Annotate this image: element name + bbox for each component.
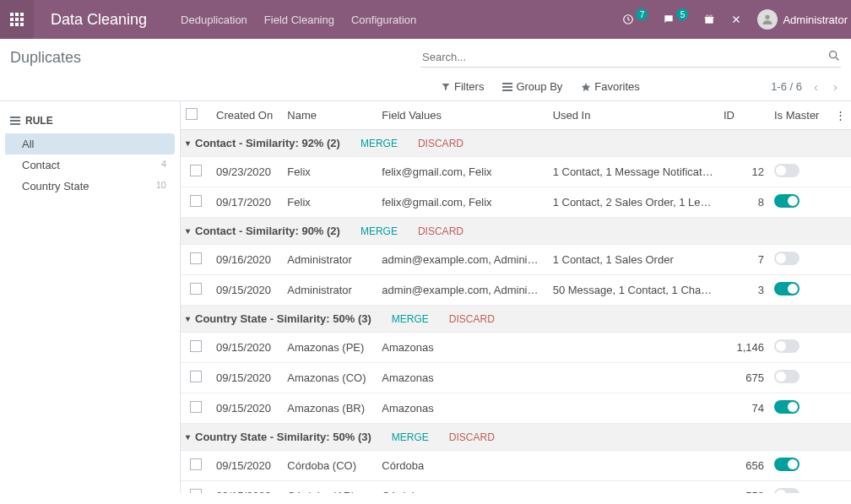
row-checkbox[interactable] — [190, 458, 202, 470]
groupby-button[interactable]: Group By — [502, 80, 562, 93]
merge-button[interactable]: MERGE — [392, 431, 429, 443]
cell-id: 675 — [718, 363, 769, 393]
pager-prev[interactable]: ‹ — [810, 79, 821, 94]
col-created[interactable]: Created On — [211, 101, 282, 130]
apps-button[interactable] — [0, 0, 34, 39]
group-header[interactable]: ▾ Country State - Similarity: 50% (3) ME… — [181, 424, 851, 451]
nav-field-cleaning[interactable]: Field Cleaning — [264, 14, 334, 26]
control-panel: Duplicates Filters Group By Favorites 1-… — [0, 39, 851, 100]
table-row[interactable]: 09/15/2020 Córdoba (AR) Córdoba 558 — [181, 481, 851, 494]
master-toggle[interactable] — [774, 164, 800, 177]
filters-button[interactable]: Filters — [441, 80, 484, 93]
favorites-button[interactable]: Favorites — [581, 80, 639, 93]
cell-used-in — [548, 363, 718, 393]
cell-created: 09/15/2020 — [211, 451, 282, 481]
search-wrap — [420, 47, 841, 68]
row-checkbox[interactable] — [190, 165, 202, 176]
cell-field-values: Córdoba — [377, 451, 547, 481]
svg-point-4 — [830, 51, 837, 58]
table-row[interactable]: 09/15/2020 Amazonas (CO) Amazonas 675 — [181, 363, 851, 393]
row-checkbox[interactable] — [190, 489, 202, 493]
cell-created: 09/15/2020 — [211, 481, 282, 494]
col-master[interactable]: Is Master — [769, 101, 830, 130]
col-name[interactable]: Name — [282, 101, 377, 130]
chevron-down-icon: ▾ — [186, 314, 190, 323]
discard-button[interactable]: DISCARD — [418, 225, 463, 237]
cell-id: 558 — [718, 481, 769, 494]
master-toggle[interactable] — [774, 370, 800, 383]
master-toggle[interactable] — [774, 400, 800, 414]
cell-used-in — [548, 393, 718, 424]
discard-button[interactable]: DISCARD — [418, 138, 463, 149]
table-row[interactable]: 09/15/2020 Administrator admin@example.c… — [181, 275, 851, 306]
cell-name: Administrator — [282, 275, 377, 306]
search-input[interactable] — [420, 47, 841, 68]
master-toggle[interactable] — [774, 194, 800, 208]
cell-name: Amazonas (BR) — [282, 393, 377, 424]
nav-deduplication[interactable]: Deduplication — [181, 14, 247, 26]
cell-field-values: Amazonas — [377, 393, 547, 424]
merge-button[interactable]: MERGE — [392, 313, 429, 325]
user-name: Administrator — [783, 14, 848, 26]
row-checkbox[interactable] — [190, 371, 202, 382]
master-toggle[interactable] — [774, 488, 800, 493]
tools-button[interactable] — [730, 14, 742, 25]
chat-notif[interactable]: 5 — [663, 14, 688, 25]
col-id[interactable]: ID — [718, 101, 769, 130]
clock-icon — [622, 14, 634, 25]
row-checkbox[interactable] — [190, 252, 202, 264]
merge-button[interactable]: MERGE — [360, 138, 398, 149]
table-row[interactable]: 09/17/2020 Felix felix@gmail.com, Felix … — [181, 187, 851, 218]
cell-created: 09/15/2020 — [211, 393, 282, 424]
group-header[interactable]: ▾ Contact - Similarity: 92% (2) MERGE DI… — [181, 130, 851, 157]
master-toggle[interactable] — [774, 252, 800, 265]
row-checkbox[interactable] — [190, 401, 202, 413]
cell-field-values: admin@example.com, Administ… — [377, 275, 547, 306]
chevron-down-icon: ▾ — [186, 432, 190, 442]
cell-name: Amazonas (PE) — [282, 333, 377, 363]
menu-icon — [10, 117, 20, 125]
cell-used-in: 1 Contact, 1 Message Notificati… — [548, 157, 718, 187]
master-toggle[interactable] — [774, 282, 800, 295]
cell-created: 09/15/2020 — [211, 275, 282, 306]
list-icon — [502, 83, 512, 91]
group-header[interactable]: ▾ Country State - Similarity: 50% (3) ME… — [181, 306, 851, 333]
master-toggle[interactable] — [774, 458, 800, 471]
search-icon[interactable] — [827, 49, 841, 65]
table-row[interactable]: 09/16/2020 Administrator admin@example.c… — [181, 245, 851, 275]
clock-badge: 7 — [636, 8, 648, 20]
records-table: Created On Name Field Values Used In ID … — [181, 101, 851, 493]
sidebar-item-country-state[interactable]: Country State10 — [0, 176, 180, 197]
table-row[interactable]: 09/15/2020 Córdoba (CO) Córdoba 656 — [181, 451, 851, 481]
user-menu[interactable]: Administrator — [757, 9, 848, 30]
pager-next[interactable]: › — [830, 79, 841, 94]
group-header[interactable]: ▾ Contact - Similarity: 90% (2) MERGE DI… — [181, 218, 851, 245]
row-checkbox[interactable] — [190, 340, 202, 352]
row-checkbox[interactable] — [190, 195, 202, 207]
master-toggle[interactable] — [774, 339, 800, 353]
cell-name: Felix — [282, 187, 377, 218]
clock-notif[interactable]: 7 — [622, 14, 648, 25]
grid-icon — [10, 13, 24, 26]
cell-name: Córdoba (AR) — [282, 481, 377, 494]
col-options[interactable]: ⋮ — [830, 101, 851, 130]
nav-configuration[interactable]: Configuration — [351, 14, 416, 26]
gift-button[interactable] — [703, 14, 715, 25]
discard-button[interactable]: DISCARD — [449, 431, 495, 443]
discard-button[interactable]: DISCARD — [449, 313, 495, 325]
svg-point-3 — [766, 15, 770, 19]
select-all-checkbox[interactable] — [186, 108, 198, 120]
cell-created: 09/17/2020 — [211, 187, 282, 218]
sidebar-item-contact[interactable]: Contact4 — [0, 154, 180, 176]
cell-name: Amazonas (CO) — [282, 363, 377, 393]
cell-id: 656 — [718, 451, 769, 481]
sidebar-item-all[interactable]: All — [5, 133, 175, 154]
table-row[interactable]: 09/15/2020 Amazonas (BR) Amazonas 74 — [181, 393, 851, 424]
merge-button[interactable]: MERGE — [360, 225, 398, 237]
col-used-in[interactable]: Used In — [548, 101, 718, 130]
row-checkbox[interactable] — [190, 283, 202, 295]
table-row[interactable]: 09/15/2020 Amazonas (PE) Amazonas 1,146 — [181, 333, 851, 363]
cell-used-in: 1 Contact, 1 Sales Order — [548, 245, 718, 275]
table-row[interactable]: 09/23/2020 Felix felix@gmail.com, Felix … — [181, 157, 851, 187]
col-field-values[interactable]: Field Values — [377, 101, 547, 130]
